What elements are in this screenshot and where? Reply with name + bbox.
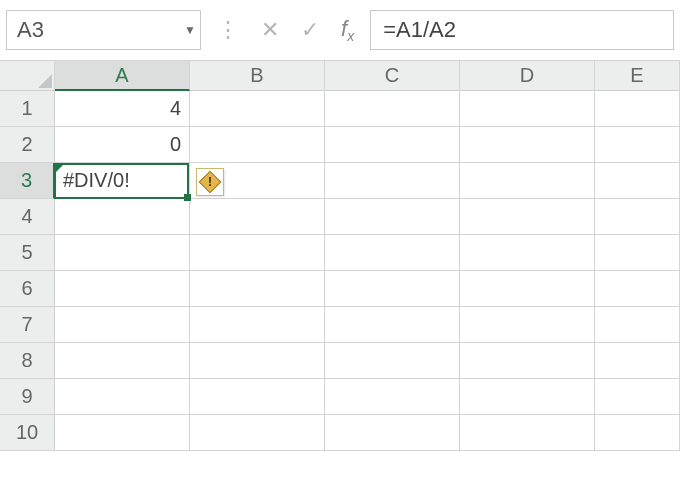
warning-diamond-icon: ! (199, 171, 222, 194)
cell-d4[interactable] (460, 199, 595, 235)
row-header-8[interactable]: 8 (0, 343, 55, 379)
fx-icon[interactable]: fx (341, 16, 354, 44)
cell-a10[interactable] (55, 415, 190, 451)
cell-a2[interactable]: 0 (55, 127, 190, 163)
cell-b6[interactable] (190, 271, 325, 307)
cell-e1[interactable] (595, 91, 680, 127)
cell-c4[interactable] (325, 199, 460, 235)
error-triangle-icon (55, 163, 65, 173)
cell-e3[interactable] (595, 163, 680, 199)
chevron-down-icon: ▼ (184, 23, 196, 37)
formula-text: =A1/A2 (383, 17, 456, 43)
cell-b10[interactable] (190, 415, 325, 451)
cell-c5[interactable] (325, 235, 460, 271)
row-header-6[interactable]: 6 (0, 271, 55, 307)
column-header-b[interactable]: B (190, 61, 325, 91)
more-icon: ⋮ (217, 19, 239, 41)
cell-c6[interactable] (325, 271, 460, 307)
cell-d9[interactable] (460, 379, 595, 415)
cell-b4[interactable] (190, 199, 325, 235)
cell-c2[interactable] (325, 127, 460, 163)
cell-a8[interactable] (55, 343, 190, 379)
cell-c7[interactable] (325, 307, 460, 343)
cell-b1[interactable] (190, 91, 325, 127)
cell-b7[interactable] (190, 307, 325, 343)
svg-marker-0 (38, 74, 52, 88)
name-box-ref: A3 (17, 17, 44, 43)
cell-e8[interactable] (595, 343, 680, 379)
formula-input[interactable]: =A1/A2 (370, 10, 674, 50)
cell-a4[interactable] (55, 199, 190, 235)
cell-d6[interactable] (460, 271, 595, 307)
cell-e4[interactable] (595, 199, 680, 235)
column-header-e[interactable]: E (595, 61, 680, 91)
cell-a5[interactable] (55, 235, 190, 271)
cell-e7[interactable] (595, 307, 680, 343)
cell-b9[interactable] (190, 379, 325, 415)
cell-e6[interactable] (595, 271, 680, 307)
row-header-1[interactable]: 1 (0, 91, 55, 127)
row-header-9[interactable]: 9 (0, 379, 55, 415)
confirm-icon[interactable]: ✓ (301, 19, 319, 41)
cell-c9[interactable] (325, 379, 460, 415)
cell-d5[interactable] (460, 235, 595, 271)
cell-c1[interactable] (325, 91, 460, 127)
cell-c10[interactable] (325, 415, 460, 451)
row-header-3[interactable]: 3 (0, 163, 55, 199)
column-header-c[interactable]: C (325, 61, 460, 91)
spreadsheet-grid[interactable]: A B C D E 1 4 2 0 3 #DIV/0! 4 (0, 60, 680, 451)
cell-a6[interactable] (55, 271, 190, 307)
cell-b2[interactable] (190, 127, 325, 163)
error-smart-tag[interactable]: ! (196, 168, 224, 196)
select-all-corner[interactable] (0, 61, 55, 91)
cell-d10[interactable] (460, 415, 595, 451)
cell-a7[interactable] (55, 307, 190, 343)
cell-a9[interactable] (55, 379, 190, 415)
cell-a3[interactable]: #DIV/0! (55, 163, 190, 199)
row-header-7[interactable]: 7 (0, 307, 55, 343)
cell-b8[interactable] (190, 343, 325, 379)
cell-b5[interactable] (190, 235, 325, 271)
name-box[interactable]: A3 ▼ (6, 10, 201, 50)
column-header-d[interactable]: D (460, 61, 595, 91)
row-header-2[interactable]: 2 (0, 127, 55, 163)
row-header-4[interactable]: 4 (0, 199, 55, 235)
cell-d3[interactable] (460, 163, 595, 199)
cell-c3[interactable] (325, 163, 460, 199)
cell-d7[interactable] (460, 307, 595, 343)
cell-a1[interactable]: 4 (55, 91, 190, 127)
cell-d8[interactable] (460, 343, 595, 379)
cell-d2[interactable] (460, 127, 595, 163)
row-header-5[interactable]: 5 (0, 235, 55, 271)
cell-e9[interactable] (595, 379, 680, 415)
formula-bar-controls: ⋮ ✕ ✓ fx (211, 16, 360, 44)
row-header-10[interactable]: 10 (0, 415, 55, 451)
cell-e10[interactable] (595, 415, 680, 451)
cell-d1[interactable] (460, 91, 595, 127)
cancel-icon[interactable]: ✕ (261, 19, 279, 41)
column-header-a[interactable]: A (55, 61, 190, 91)
cell-c8[interactable] (325, 343, 460, 379)
formula-bar-area: A3 ▼ ⋮ ✕ ✓ fx =A1/A2 (0, 0, 680, 60)
cell-e2[interactable] (595, 127, 680, 163)
cell-e5[interactable] (595, 235, 680, 271)
